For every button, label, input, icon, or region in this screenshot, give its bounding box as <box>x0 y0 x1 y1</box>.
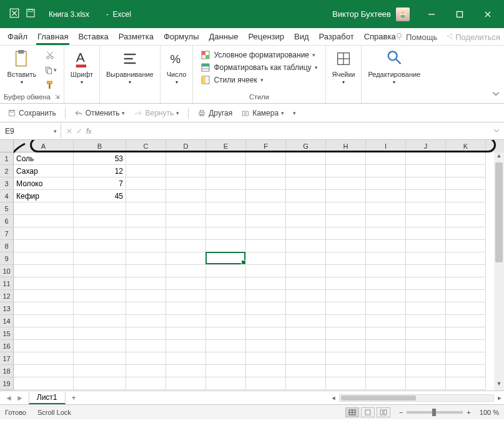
cell-K6[interactable] <box>446 215 486 227</box>
row-header-6[interactable]: 6 <box>0 215 14 227</box>
cell-G1[interactable] <box>286 152 326 165</box>
cell-H11[interactable] <box>326 277 366 290</box>
cell-F7[interactable] <box>246 227 286 240</box>
tab-home[interactable]: Главная <box>32 28 73 45</box>
cell-H19[interactable] <box>326 377 366 390</box>
share-button[interactable]: Поделиться <box>446 32 500 42</box>
cell-G18[interactable] <box>286 365 326 377</box>
row-header-7[interactable]: 7 <box>0 227 14 240</box>
format-painter-button[interactable] <box>41 78 59 92</box>
cell-A11[interactable] <box>14 277 74 290</box>
next-sheet-icon[interactable]: ► <box>16 394 24 402</box>
cell-H8[interactable] <box>326 240 366 252</box>
cell-J18[interactable] <box>406 365 446 377</box>
cell-D19[interactable] <box>166 377 206 390</box>
tab-review[interactable]: Рецензир <box>244 28 290 45</box>
cell-G4[interactable] <box>286 190 326 202</box>
cell-E5[interactable] <box>206 202 246 215</box>
cell-A17[interactable] <box>14 352 74 365</box>
expand-formula-bar-icon[interactable] <box>489 126 504 137</box>
row-header-17[interactable]: 17 <box>0 352 14 365</box>
cell-A7[interactable] <box>14 227 74 240</box>
font-button[interactable]: A Шрифт ▾ <box>68 48 96 85</box>
cell-J3[interactable] <box>406 177 446 190</box>
cell-I17[interactable] <box>366 352 406 365</box>
cell-H4[interactable] <box>326 190 366 202</box>
cell-D12[interactable] <box>166 290 206 302</box>
cell-F17[interactable] <box>246 352 286 365</box>
cell-D5[interactable] <box>166 202 206 215</box>
cell-G13[interactable] <box>286 302 326 315</box>
scrollbar-thumb[interactable] <box>495 162 503 262</box>
cell-J2[interactable] <box>406 165 446 177</box>
cell-H9[interactable] <box>326 252 366 265</box>
cell-J6[interactable] <box>406 215 446 227</box>
format-as-table-button[interactable]: Форматировать как таблицу▾ <box>199 62 319 73</box>
cell-G2[interactable] <box>286 165 326 177</box>
cell-B3[interactable]: 7 <box>74 177 126 190</box>
cell-F16[interactable] <box>246 340 286 352</box>
tab-insert[interactable]: Вставка <box>73 28 113 45</box>
cell-K13[interactable] <box>446 302 486 315</box>
cell-E8[interactable] <box>206 240 246 252</box>
conditional-formatting-button[interactable]: Условное форматирование▾ <box>199 49 319 61</box>
autosave-icon[interactable] <box>25 7 36 21</box>
maximize-button[interactable] <box>445 0 473 28</box>
minimize-button[interactable] <box>417 0 445 28</box>
row-header-10[interactable]: 10 <box>0 265 14 277</box>
cell-C6[interactable] <box>126 215 166 227</box>
qat-customize-icon[interactable]: ▾ <box>293 110 296 116</box>
cells-button[interactable]: Ячейки ▾ <box>330 48 358 85</box>
cell-J1[interactable] <box>406 152 446 165</box>
cell-G11[interactable] <box>286 277 326 290</box>
cell-K11[interactable] <box>446 277 486 290</box>
collapse-ribbon-icon[interactable] <box>492 89 500 101</box>
row-header-11[interactable]: 11 <box>0 277 14 290</box>
cell-H18[interactable] <box>326 365 366 377</box>
cell-K16[interactable] <box>446 340 486 352</box>
cell-J16[interactable] <box>406 340 446 352</box>
column-header-F[interactable]: F <box>246 140 286 152</box>
enter-icon[interactable]: ✓ <box>76 127 82 136</box>
cell-K9[interactable] <box>446 252 486 265</box>
cell-E13[interactable] <box>206 302 246 315</box>
cell-J8[interactable] <box>406 240 446 252</box>
cell-B5[interactable] <box>74 202 126 215</box>
cell-A14[interactable] <box>14 315 74 327</box>
cell-K4[interactable] <box>446 190 486 202</box>
column-header-H[interactable]: H <box>326 140 366 152</box>
cell-G8[interactable] <box>286 240 326 252</box>
column-header-C[interactable]: C <box>126 140 166 152</box>
prev-sheet-icon[interactable]: ◄ <box>5 394 12 402</box>
cell-E19[interactable] <box>206 377 246 390</box>
cell-H3[interactable] <box>326 177 366 190</box>
cell-D1[interactable] <box>166 152 206 165</box>
cell-E16[interactable] <box>206 340 246 352</box>
cell-C11[interactable] <box>126 277 166 290</box>
cell-F2[interactable] <box>246 165 286 177</box>
cell-A4[interactable]: Кефир <box>14 190 74 202</box>
cell-J5[interactable] <box>406 202 446 215</box>
cell-A13[interactable] <box>14 302 74 315</box>
cell-H7[interactable] <box>326 227 366 240</box>
formula-input[interactable] <box>96 124 489 139</box>
cell-J14[interactable] <box>406 315 446 327</box>
cell-C13[interactable] <box>126 302 166 315</box>
cell-I15[interactable] <box>366 327 406 340</box>
tab-file[interactable]: Файл <box>2 28 32 45</box>
cell-H1[interactable] <box>326 152 366 165</box>
cell-styles-button[interactable]: Стили ячеек▾ <box>199 74 319 86</box>
cell-K10[interactable] <box>446 265 486 277</box>
cell-A8[interactable] <box>14 240 74 252</box>
cell-C10[interactable] <box>126 265 166 277</box>
cell-I5[interactable] <box>366 202 406 215</box>
cell-I8[interactable] <box>366 240 406 252</box>
cell-B1[interactable]: 53 <box>74 152 126 165</box>
cell-C3[interactable] <box>126 177 166 190</box>
cell-E4[interactable] <box>206 190 246 202</box>
cell-B8[interactable] <box>74 240 126 252</box>
cell-G14[interactable] <box>286 315 326 327</box>
row-header-12[interactable]: 12 <box>0 290 14 302</box>
cell-G9[interactable] <box>286 252 326 265</box>
cell-F8[interactable] <box>246 240 286 252</box>
